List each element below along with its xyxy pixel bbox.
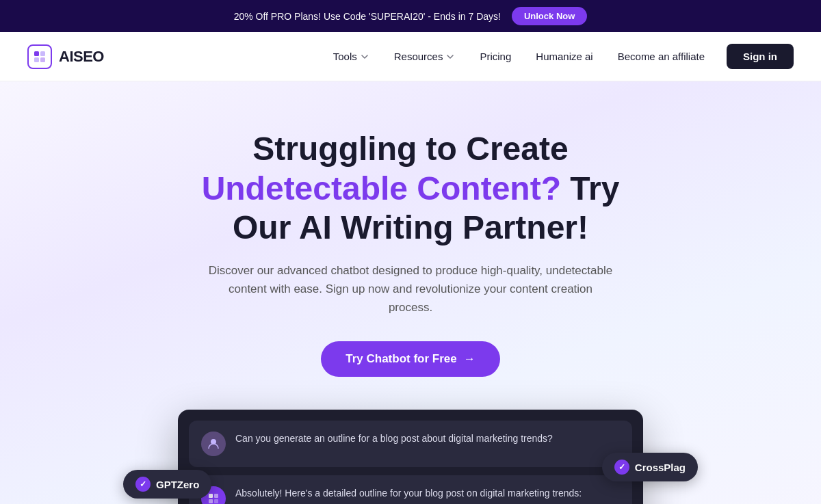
hero-subtitle: Discover our advanced chatbot designed t… — [205, 261, 616, 317]
nav-resources[interactable]: Resources — [385, 45, 465, 68]
badge-gptzero: ✓ GPTZero — [123, 470, 211, 499]
chat-message-user: Can you generate an outline for a blog p… — [189, 421, 632, 467]
hero-section: Struggling to Create Undetectable Conten… — [0, 81, 821, 504]
svg-rect-5 — [209, 494, 213, 498]
chat-mockup-wrapper: ✓ GPTZero ✓ Sapling Can you generate an … — [103, 410, 718, 504]
chevron-down-icon — [445, 52, 455, 62]
nav-links: Tools Resources Pricing Humanize ai Beco… — [324, 44, 794, 69]
badge-crossplag: ✓ CrossPlag — [602, 453, 698, 481]
svg-rect-3 — [40, 57, 45, 62]
unlock-now-button[interactable]: Unlock Now — [512, 7, 587, 25]
user-message-text: Can you generate an outline for a blog p… — [235, 432, 553, 446]
announcement-bar: 20% Off PRO Plans! Use Code 'SUPERAI20' … — [0, 0, 821, 32]
nav-humanize-ai[interactable]: Humanize ai — [526, 45, 602, 68]
svg-rect-8 — [214, 499, 218, 503]
nav-affiliate[interactable]: Become an affiliate — [608, 45, 714, 68]
logo-icon — [27, 44, 52, 69]
sign-in-button[interactable]: Sign in — [727, 44, 794, 69]
svg-rect-1 — [40, 51, 45, 56]
chat-container: Can you generate an outline for a blog p… — [178, 410, 643, 504]
logo-text: AISEO — [59, 48, 104, 66]
announcement-text: 20% Off PRO Plans! Use Code 'SUPERAI20' … — [234, 11, 501, 22]
user-avatar — [201, 432, 226, 456]
svg-rect-6 — [214, 494, 218, 498]
chat-message-ai-1: Absolutely! Here's a detailed outline fo… — [189, 475, 632, 504]
svg-rect-2 — [34, 57, 39, 62]
check-icon: ✓ — [135, 477, 151, 492]
check-icon: ✓ — [614, 460, 629, 475]
cta-button[interactable]: Try Chatbot for Free → — [321, 341, 499, 377]
ai-message-text-1: Absolutely! Here's a detailed outline fo… — [235, 486, 582, 501]
logo-area[interactable]: AISEO — [27, 44, 104, 69]
hero-title: Struggling to Create Undetectable Conten… — [178, 129, 643, 248]
svg-rect-7 — [209, 499, 213, 503]
nav-tools[interactable]: Tools — [324, 45, 379, 68]
svg-rect-0 — [34, 51, 39, 56]
navbar: AISEO Tools Resources Pricing Humanize a… — [0, 32, 821, 81]
chevron-down-icon — [360, 52, 369, 62]
nav-pricing[interactable]: Pricing — [470, 45, 521, 68]
